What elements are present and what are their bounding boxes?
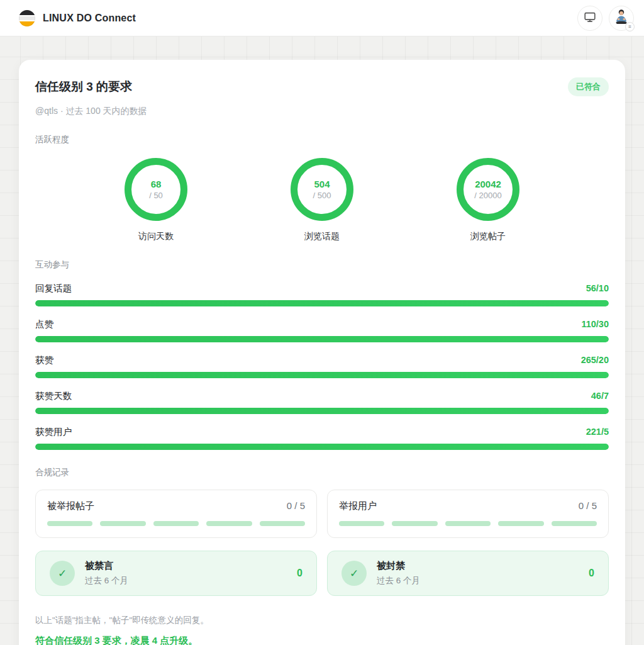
progress-bar [35, 300, 609, 306]
bar-value: 110/30 [581, 319, 609, 329]
progress-bar [35, 336, 609, 342]
progress-bar [35, 372, 609, 378]
bar-row-likes-given: 点赞 110/30 [35, 318, 609, 342]
bar-value: 56/10 [586, 283, 609, 293]
trust-level-card: 信任级别 3 的要求 已符合 @qtls · 过去 100 天内的数据 活跃程度… [19, 60, 625, 645]
ring-label: 访问天数 [138, 231, 174, 242]
bar-row-likes-days: 获赞天数 46/7 [35, 390, 609, 414]
status-badge: 已符合 [568, 77, 609, 96]
bar-value: 46/7 [591, 391, 609, 401]
section-compliance-label: 合规记录 [35, 467, 609, 478]
ring-value: 68 [151, 179, 162, 189]
monitor-icon [583, 10, 597, 26]
ring-target: / 50 [149, 191, 163, 200]
header-actions: ≡ [577, 6, 634, 31]
bar-label: 回复话题 [35, 283, 72, 294]
progress-ring: 20042 / 20000 [457, 158, 519, 221]
status-card-silenced: ✓ 被禁言 过去 6 个月 0 [35, 551, 317, 596]
user-period-subtitle: @qtls · 过去 100 天内的数据 [35, 106, 609, 117]
ring-label: 浏览话题 [304, 231, 340, 242]
progress-ring: 68 / 50 [125, 158, 187, 221]
segment-track [47, 521, 305, 526]
progress-bar [35, 444, 609, 450]
status-cards: ✓ 被禁言 过去 6 个月 0 ✓ 被封禁 过去 6 个月 0 [35, 551, 609, 596]
bar-label: 获赞用户 [35, 426, 72, 438]
bar-label: 获赞天数 [35, 390, 72, 402]
bar-value: 221/5 [586, 427, 609, 437]
status-title: 被禁言 [85, 560, 128, 572]
display-mode-button[interactable] [577, 6, 602, 31]
page-title: 信任级别 3 的要求 [35, 79, 132, 95]
activity-rings: 68 / 50 访问天数 504 / 500 浏览话题 20042 / 2000… [35, 158, 609, 242]
ring-target: / 500 [313, 191, 331, 200]
status-value: 0 [589, 568, 594, 579]
flag-label: 举报用户 [339, 500, 377, 512]
flag-card-reported-users: 举报用户 0 / 5 [327, 490, 609, 538]
flag-value: 0 / 5 [579, 500, 597, 511]
flag-label: 被举报帖子 [47, 500, 94, 512]
app-header: LINUX DO Connect [0, 0, 644, 36]
bar-label: 点赞 [35, 318, 53, 330]
linuxdo-logo-icon [19, 10, 35, 26]
flag-card-reported-posts: 被举报帖子 0 / 5 [35, 490, 317, 538]
status-value: 0 [297, 568, 303, 579]
bar-value: 265/20 [581, 355, 609, 365]
bar-row-likes-received: 获赞 265/20 [35, 354, 609, 378]
check-icon: ✓ [341, 561, 367, 586]
card-header: 信任级别 3 的要求 已符合 [35, 77, 609, 96]
status-title: 被封禁 [377, 560, 420, 572]
flag-value: 0 / 5 [287, 500, 305, 511]
avatar-menu-icon: ≡ [625, 22, 635, 31]
footnote-text: 以上"话题"指主帖，"帖子"即传统意义的回复。 [35, 615, 609, 626]
status-card-banned: ✓ 被封禁 过去 6 个月 0 [327, 551, 609, 596]
status-subtitle: 过去 6 个月 [377, 575, 420, 586]
ring-label: 浏览帖子 [470, 231, 506, 242]
upgrade-result-text: 符合信任级别 3 要求，凌晨 4 点升级。 [35, 635, 609, 645]
check-icon: ✓ [50, 561, 75, 586]
progress-bar [35, 408, 609, 414]
bar-label: 获赞 [35, 354, 53, 366]
segment-track [339, 521, 597, 526]
ring-target: / 20000 [474, 191, 501, 200]
user-avatar-button[interactable]: ≡ [609, 6, 634, 31]
bar-row-reply-topics: 回复话题 56/10 [35, 283, 609, 306]
app-title: LINUX DO Connect [43, 13, 136, 24]
section-engagement-label: 互动参与 [35, 259, 609, 271]
ring-visit-days: 68 / 50 访问天数 [106, 158, 206, 242]
status-subtitle: 过去 6 个月 [85, 575, 128, 586]
bar-row-likes-users: 获赞用户 221/5 [35, 426, 609, 450]
ring-topics-viewed: 504 / 500 浏览话题 [272, 158, 372, 242]
ring-value: 20042 [475, 179, 501, 189]
ring-posts-viewed: 20042 / 20000 浏览帖子 [438, 158, 538, 242]
ring-value: 504 [314, 179, 330, 189]
section-activity-label: 活跃程度 [35, 134, 609, 145]
flag-cards: 被举报帖子 0 / 5 举报用户 0 / 5 [35, 490, 609, 538]
page-background: 信任级别 3 的要求 已符合 @qtls · 过去 100 天内的数据 活跃程度… [0, 36, 644, 645]
progress-ring: 504 / 500 [291, 158, 353, 221]
